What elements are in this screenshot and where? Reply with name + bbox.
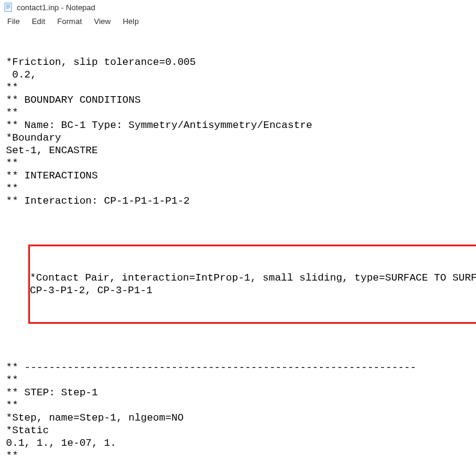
editor-line: ** bbox=[6, 399, 470, 412]
menu-format[interactable]: Format bbox=[52, 16, 86, 27]
menu-bar: File Edit Format View Help bbox=[0, 14, 476, 28]
highlighted-region: *Contact Pair, interaction=IntProp-1, sm… bbox=[28, 245, 476, 324]
editor-line: ** Name: BC-1 Type: Symmetry/Antisymmetr… bbox=[6, 119, 470, 132]
window-title: contact1.inp - Notepad bbox=[17, 3, 95, 12]
editor-line: *Step, name=Step-1, nlgeom=NO bbox=[6, 412, 470, 424]
menu-help[interactable]: Help bbox=[118, 16, 143, 27]
editor-line: *Static bbox=[6, 424, 470, 437]
editor-line: ** Interaction: CP-1-P1-1-P1-2 bbox=[6, 195, 470, 207]
editor-line: ** BOUNDARY CONDITIONS bbox=[6, 94, 470, 106]
editor-line: ** bbox=[6, 106, 470, 119]
editor-line: 0.1, 1., 1e-07, 1. bbox=[6, 437, 470, 449]
editor-line: ** STEP: Step-1 bbox=[6, 386, 470, 399]
notepad-icon bbox=[4, 2, 13, 12]
text-editor[interactable]: *Friction, slip tolerance=0.005 0.2,****… bbox=[0, 28, 476, 459]
editor-line: ** bbox=[6, 182, 470, 195]
editor-line: ** bbox=[6, 449, 470, 459]
editor-line: *Contact Pair, interaction=IntProp-1, sm… bbox=[30, 272, 476, 284]
menu-view[interactable]: View bbox=[89, 16, 116, 27]
menu-edit[interactable]: Edit bbox=[27, 16, 50, 27]
menu-file[interactable]: File bbox=[2, 16, 25, 27]
editor-line: ** bbox=[6, 157, 470, 169]
editor-line: *Friction, slip tolerance=0.005 bbox=[6, 56, 470, 68]
editor-line: ** bbox=[6, 374, 470, 386]
editor-line: Set-1, ENCASTRE bbox=[6, 144, 470, 157]
editor-line: ** -------------------------------------… bbox=[6, 361, 470, 374]
title-bar: contact1.inp - Notepad bbox=[0, 0, 476, 14]
editor-line: 0.2, bbox=[6, 68, 470, 81]
editor-line: CP-3-P1-2, CP-3-P1-1 bbox=[30, 284, 476, 297]
editor-line: ** bbox=[6, 81, 470, 94]
editor-line: ** INTERACTIONS bbox=[6, 169, 470, 182]
editor-line: *Boundary bbox=[6, 132, 470, 144]
